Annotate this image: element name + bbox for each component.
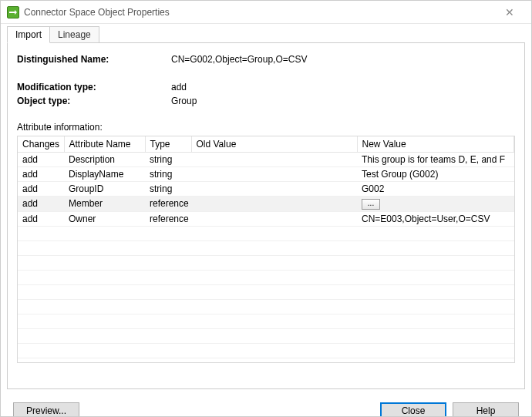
- col-newval[interactable]: New Value: [357, 136, 514, 153]
- help-button[interactable]: Help: [453, 402, 519, 418]
- table-row[interactable]: addDisplayNamestringTest Group (G002): [18, 167, 514, 182]
- attribute-grid[interactable]: Changes Attribute Name Type Old Value Ne…: [17, 136, 515, 363]
- attr-section-label: Attribute information:: [17, 122, 515, 133]
- modtype-label: Modification type:: [17, 82, 171, 92]
- tab-content: Distinguished Name: CN=G002,Object=Group…: [7, 42, 525, 389]
- cell-attrname: Description: [64, 153, 145, 167]
- ellipsis-button[interactable]: ...: [362, 199, 380, 210]
- cell-attrname: DisplayName: [64, 167, 145, 182]
- cell-newval: Test Group (G002): [357, 167, 514, 182]
- table-row: [18, 240, 514, 255]
- modtype-value: add: [171, 82, 187, 92]
- bottom-bar: Preview... Close Help: [1, 395, 531, 417]
- cell-newval: ...: [357, 197, 514, 212]
- dn-value: CN=G002,Object=Group,O=CSV: [171, 54, 307, 65]
- cell-oldval: [191, 211, 357, 226]
- cell-newval: G002: [357, 182, 514, 197]
- table-row: [18, 299, 514, 314]
- cell-oldval: [191, 167, 357, 182]
- grid-header-row: Changes Attribute Name Type Old Value Ne…: [18, 136, 514, 153]
- objtype-label: Object type:: [17, 96, 171, 106]
- table-row[interactable]: addDescriptionstringThis group is for te…: [18, 153, 514, 167]
- cell-oldval: [191, 197, 357, 212]
- table-row: [18, 284, 514, 299]
- table-row: [18, 255, 514, 270]
- table-row: [18, 226, 514, 240]
- cell-oldval: [191, 182, 357, 197]
- cell-changes: add: [18, 167, 64, 182]
- cell-type: string: [145, 167, 191, 182]
- table-row[interactable]: addGroupIDstringG002: [18, 182, 514, 197]
- cell-type: string: [145, 182, 191, 197]
- cell-oldval: [191, 153, 357, 167]
- col-attrname[interactable]: Attribute Name: [64, 136, 145, 153]
- window-title: Connector Space Object Properties: [24, 7, 494, 18]
- cell-attrname: Member: [64, 197, 145, 212]
- cell-changes: add: [18, 197, 64, 212]
- tab-lineage[interactable]: Lineage: [49, 26, 99, 42]
- table-row[interactable]: addMemberreference...: [18, 197, 514, 212]
- cell-type: string: [145, 153, 191, 167]
- dn-label: Distinguished Name:: [17, 54, 171, 65]
- cell-newval: CN=E003,Object=User,O=CSV: [357, 211, 514, 226]
- cell-newval: This group is for teams D, E, and F: [357, 153, 514, 167]
- table-row: [18, 343, 514, 358]
- col-type[interactable]: Type: [145, 136, 191, 153]
- tabstrip: Import Lineage: [1, 24, 531, 42]
- close-button[interactable]: Close: [380, 402, 446, 418]
- cell-changes: add: [18, 182, 64, 197]
- titlebar: Connector Space Object Properties ✕: [1, 1, 531, 24]
- preview-button[interactable]: Preview...: [13, 402, 79, 418]
- cell-attrname: Owner: [64, 211, 145, 226]
- col-oldval[interactable]: Old Value: [191, 136, 357, 153]
- table-row: [18, 328, 514, 343]
- tab-import[interactable]: Import: [7, 26, 50, 43]
- app-icon: [7, 6, 19, 18]
- table-row: [18, 270, 514, 284]
- objtype-value: Group: [171, 96, 197, 106]
- col-changes[interactable]: Changes: [18, 136, 64, 153]
- cell-changes: add: [18, 211, 64, 226]
- cell-attrname: GroupID: [64, 182, 145, 197]
- table-row: [18, 314, 514, 328]
- cell-type: reference: [145, 197, 191, 212]
- cell-type: reference: [145, 211, 191, 226]
- cell-changes: add: [18, 153, 64, 167]
- close-icon[interactable]: ✕: [494, 2, 525, 23]
- table-row[interactable]: addOwnerreferenceCN=E003,Object=User,O=C…: [18, 211, 514, 226]
